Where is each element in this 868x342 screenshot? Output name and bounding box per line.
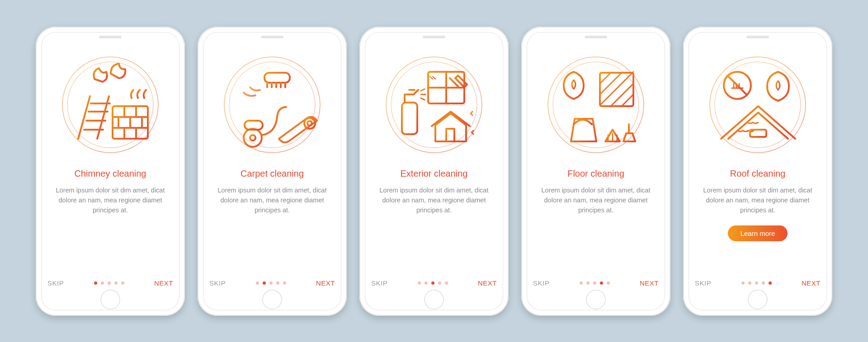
svg-point-9 (307, 121, 312, 126)
screen-body: Lorem ipsum dolor sit dim amet, dicat do… (371, 185, 497, 216)
dot (108, 281, 111, 285)
svg-point-18 (710, 57, 806, 153)
dot (283, 281, 286, 285)
dot (445, 281, 448, 285)
skip-button[interactable]: SKIP (533, 279, 549, 287)
dot (769, 281, 772, 285)
page-indicator (741, 281, 772, 285)
screen-title: Exterior cleaning (371, 169, 497, 179)
next-button[interactable]: NEXT (316, 279, 335, 287)
dot (762, 281, 765, 285)
dot (431, 281, 434, 285)
dot (600, 281, 603, 285)
svg-point-6 (250, 135, 255, 141)
dot (593, 281, 596, 285)
dot (755, 281, 758, 285)
svg-point-4 (229, 62, 315, 148)
screen-title: Chimney cleaning (47, 169, 173, 179)
dot (438, 281, 441, 285)
cta-row: Learn more (695, 225, 821, 241)
skip-button[interactable]: SKIP (47, 279, 64, 287)
phone-frame: Floor cleaning Lorem ipsum dolor sit dim… (521, 27, 670, 316)
dot (425, 281, 428, 285)
page-indicator (94, 281, 124, 285)
phone-frame: Roof cleaning Lorem ipsum dolor sit dim … (683, 27, 832, 316)
screen-title: Roof cleaning (695, 169, 821, 179)
onboarding-footer: SKIP NEXT (695, 279, 821, 302)
dot (121, 281, 124, 285)
dot (263, 281, 266, 285)
svg-rect-5 (264, 73, 290, 83)
dot (101, 281, 104, 285)
onboarding-screens-row: Chimney cleaning Lorem ipsum dolor sit d… (36, 27, 832, 316)
learn-more-button[interactable]: Learn more (728, 225, 788, 241)
dot (748, 281, 751, 285)
screen-body: Lorem ipsum dolor sit dim amet, dicat do… (47, 185, 173, 216)
floor-cleaning-icon (533, 44, 659, 166)
skip-button[interactable]: SKIP (695, 279, 711, 287)
skip-button[interactable]: SKIP (209, 279, 226, 287)
svg-rect-12 (402, 103, 417, 134)
dot (418, 281, 421, 285)
carpet-cleaning-icon (209, 44, 335, 166)
dot (256, 281, 259, 285)
page-indicator (256, 281, 286, 285)
next-button[interactable]: NEXT (478, 279, 497, 287)
phone-frame: Carpet cleaning Lorem ipsum dolor sit di… (198, 27, 347, 316)
phone-frame: Exterior cleaning Lorem ipsum dolor sit … (359, 27, 509, 316)
svg-rect-14 (446, 129, 454, 141)
dot (114, 281, 118, 285)
dot (586, 281, 590, 285)
exterior-cleaning-icon (371, 44, 497, 166)
dot (580, 281, 583, 285)
onboarding-footer: SKIP NEXT (47, 279, 173, 302)
screen-body: Lorem ipsum dolor sit dim amet, dicat do… (695, 185, 821, 216)
dot (94, 281, 97, 285)
screen-title: Carpet cleaning (209, 169, 335, 179)
next-button[interactable]: NEXT (802, 279, 821, 287)
screen-body: Lorem ipsum dolor sit dim amet, dicat do… (533, 185, 659, 216)
screen-body: Lorem ipsum dolor sit dim amet, dicat do… (209, 185, 335, 216)
svg-point-1 (67, 62, 153, 148)
dot (741, 281, 745, 285)
page-indicator (580, 281, 610, 285)
onboarding-footer: SKIP NEXT (371, 279, 497, 302)
onboarding-footer: SKIP NEXT (209, 279, 335, 302)
svg-point-3 (224, 57, 320, 153)
chimney-cleaning-icon (47, 44, 173, 166)
phone-frame: Chimney cleaning Lorem ipsum dolor sit d… (36, 27, 185, 316)
onboarding-footer: SKIP NEXT (533, 279, 659, 302)
skip-button[interactable]: SKIP (371, 279, 387, 287)
roof-cleaning-icon (695, 44, 821, 166)
page-indicator (418, 281, 448, 285)
next-button[interactable]: NEXT (640, 279, 659, 287)
dot (276, 281, 279, 285)
next-button[interactable]: NEXT (154, 279, 173, 287)
dot (607, 281, 610, 285)
screen-title: Floor cleaning (533, 169, 659, 179)
dot (269, 281, 273, 285)
